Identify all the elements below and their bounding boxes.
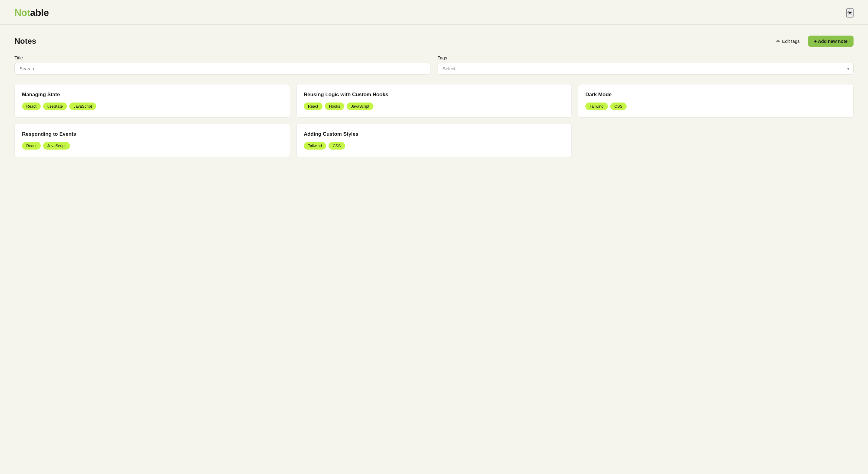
note-title: Reusing Logic with Custom Hooks: [304, 92, 564, 98]
tag-badge: Hooks: [325, 102, 344, 110]
note-title: Managing State: [22, 92, 283, 98]
tag-badge: JavaScript: [43, 142, 70, 150]
page-title: Notes: [14, 36, 36, 46]
note-card[interactable]: Adding Custom StylesTailwindCSS: [296, 124, 572, 157]
app-header: Notable ☀: [0, 0, 868, 25]
title-search-input[interactable]: [14, 63, 430, 75]
page-header: Notes ✏ Edit tags + Add new note: [14, 36, 854, 47]
empty-grid-cell: [578, 124, 854, 157]
tag-badge: Tailwind: [585, 102, 608, 110]
note-title: Adding Custom Styles: [304, 131, 564, 137]
edit-tags-button[interactable]: ✏ Edit tags: [773, 36, 803, 47]
main-content: Notes ✏ Edit tags + Add new note Title T…: [0, 25, 868, 168]
note-tags: TailwindCSS: [585, 102, 846, 110]
tags-filter-label: Tags: [438, 55, 854, 60]
add-note-label: + Add new note: [814, 38, 847, 44]
tag-badge: Tailwind: [304, 142, 326, 150]
title-filter-label: Title: [14, 55, 430, 60]
tag-badge: JavaScript: [69, 102, 96, 110]
tags-filter-group: Tags Select... React JavaScript Hooks us…: [438, 55, 854, 75]
tag-badge: JavaScript: [347, 102, 373, 110]
note-title: Responding to Events: [22, 131, 283, 137]
tag-badge: React: [22, 142, 41, 150]
logo-notable: Not: [14, 7, 30, 18]
note-card[interactable]: Reusing Logic with Custom HooksReactHook…: [296, 84, 572, 118]
edit-tags-label: Edit tags: [782, 38, 800, 44]
notes-grid: Managing StateReactuseStateJavaScriptReu…: [14, 84, 854, 157]
note-tags: ReactuseStateJavaScript: [22, 102, 283, 110]
tags-select-wrapper: Select... React JavaScript Hooks useStat…: [438, 63, 854, 75]
tag-badge: CSS: [610, 102, 627, 110]
filters-section: Title Tags Select... React JavaScript Ho…: [14, 55, 854, 75]
note-tags: ReactJavaScript: [22, 142, 283, 150]
note-card[interactable]: Managing StateReactuseStateJavaScript: [14, 84, 290, 118]
note-tags: TailwindCSS: [304, 142, 564, 150]
note-title: Dark Mode: [585, 92, 846, 98]
note-card[interactable]: Responding to EventsReactJavaScript: [14, 124, 290, 157]
tag-badge: React: [304, 102, 322, 110]
note-card[interactable]: Dark ModeTailwindCSS: [578, 84, 854, 118]
note-tags: ReactHooksJavaScript: [304, 102, 564, 110]
header-actions: ✏ Edit tags + Add new note: [773, 36, 854, 47]
title-filter-group: Title: [14, 55, 430, 75]
tag-badge: React: [22, 102, 41, 110]
theme-toggle-button[interactable]: ☀: [846, 8, 854, 18]
edit-icon: ✏: [776, 38, 780, 44]
app-logo: Notable: [14, 7, 49, 19]
logo-able: able: [30, 7, 49, 18]
add-note-button[interactable]: + Add new note: [808, 36, 854, 47]
tags-select[interactable]: Select... React JavaScript Hooks useStat…: [438, 63, 854, 75]
tag-badge: CSS: [329, 142, 345, 150]
tag-badge: useState: [43, 102, 67, 110]
